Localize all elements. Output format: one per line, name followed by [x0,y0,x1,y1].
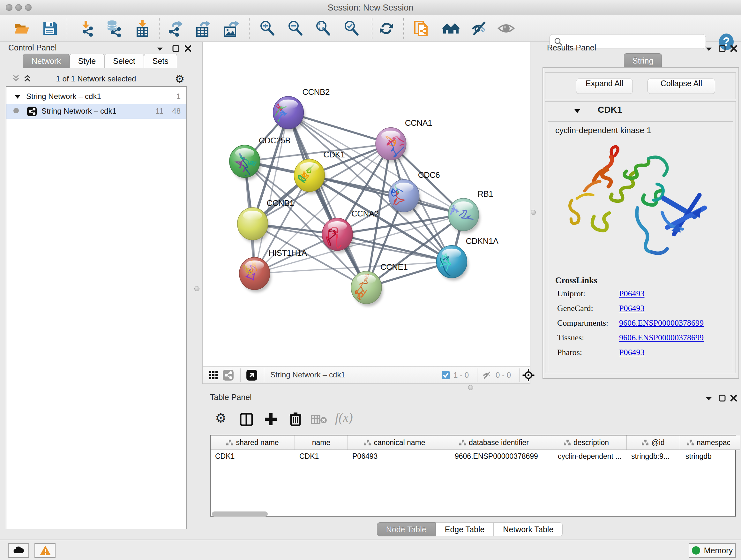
network-view-icon[interactable] [222,369,234,381]
panel-menu-icon[interactable] [156,46,164,52]
collection-count: 1 [177,92,181,101]
tab-sets[interactable]: Sets [144,54,177,68]
show-all-eye-icon[interactable] [497,19,515,37]
column-header[interactable]: database identifier [442,435,546,449]
show-columns-icon[interactable] [239,413,253,427]
tab-string[interactable]: String [624,53,662,68]
memory-label: Memory [704,546,733,555]
column-header[interactable]: shared name [211,435,295,449]
float-panel-icon[interactable] [718,44,726,53]
column-header[interactable]: canonical name [348,435,442,449]
network-selected-status: 1 of 1 Network selected [3,74,189,83]
selected-checkbox-icon[interactable] [441,371,450,380]
network-node-CDKN1A[interactable]: CDKN1A [436,237,499,285]
network-node-CCNB2[interactable]: CCNB2 [273,87,330,132]
tissues-link[interactable]: 9606.ENSP00000378699 [619,333,704,343]
warnings-button[interactable] [35,543,56,558]
zoom-selected-button[interactable] [343,19,360,37]
birdseye-view-icon[interactable] [246,369,258,381]
panel-menu-icon[interactable] [704,46,713,52]
export-network-button[interactable] [166,19,184,37]
refresh-button[interactable] [378,19,395,37]
export-table-button[interactable] [194,19,212,37]
crosslink-row: Compartments: 9606.ENSP00000378699 [548,318,733,333]
export-image-button[interactable] [222,19,240,37]
import-network-from-database-button[interactable] [105,19,122,37]
tab-network[interactable]: Network [23,54,70,68]
network-node-HIST1H1A[interactable]: HIST1H1A [239,248,307,293]
node-label-CCNA2: CCNA2 [351,209,379,218]
network-label: String Network – cdk1 [42,107,117,116]
network-node-CCNB1[interactable]: CCNB1 [238,199,294,243]
expand-all-button[interactable]: Expand All [576,78,633,94]
network-node-CCNE1[interactable]: CCNE1 [351,262,408,307]
column-header[interactable]: name [295,435,348,449]
network-view-canvas[interactable]: CCNB2CCNA1CDC25BCDK1CDC6RB1CCNB1CCNA2CDK… [202,42,530,367]
clone-network-button[interactable] [413,19,431,37]
close-panel-icon[interactable] [184,44,192,53]
cloud-status-button[interactable] [8,543,29,558]
crosslink-row: Pharos: P06493 [548,348,733,362]
network-icon [27,106,37,117]
tree-expander-icon[interactable] [14,94,21,100]
network-node-RB1[interactable]: RB1 [446,189,493,233]
add-column-icon[interactable] [264,412,278,427]
string-home-icon[interactable] [442,19,460,37]
collapse-all-button[interactable]: Collapse All [648,78,715,94]
tab-network-table[interactable]: Network Table [494,522,562,537]
network-row-selected[interactable]: String Network – cdk1 11 48 [6,104,186,119]
cloud-icon [13,546,24,555]
cell-name: CDK1 [299,452,319,461]
panel-menu-icon[interactable] [704,395,713,401]
crosshair-icon[interactable] [522,369,535,381]
network-node-CDC6[interactable]: CDC6 [388,171,440,214]
gene-section: CDK1 cyclin-dependent kinase 1 [545,101,736,373]
node-table[interactable]: shared name name canonical name database… [210,435,736,516]
tab-style[interactable]: Style [70,54,105,68]
close-panel-icon[interactable] [730,44,738,53]
toolbar-separator [519,368,520,382]
zoom-in-button[interactable] [259,19,276,37]
uniprot-link[interactable]: P06493 [619,289,644,299]
memory-button[interactable]: Memory [689,543,736,558]
network-node-CCNA1[interactable]: CCNA1 [376,118,432,163]
hide-selected-eye-slash-icon[interactable] [470,19,488,37]
save-session-button[interactable] [41,19,59,37]
delete-column-icon[interactable] [288,411,302,427]
column-header[interactable]: @id [627,435,680,449]
float-panel-icon[interactable] [718,394,726,402]
grid-view-icon[interactable] [208,370,219,380]
crosslink-label: Pharos: [557,348,582,357]
pharos-link[interactable]: P06493 [619,348,644,357]
horizontal-scrollbar-thumb[interactable] [212,511,268,516]
open-file-button[interactable] [13,19,30,37]
main-toolbar: ? [0,15,741,42]
network-edge-count: 48 [172,107,181,116]
zoom-out-button[interactable] [286,19,305,37]
network-collection-row[interactable]: String Network – cdk1 1 [6,89,186,104]
table-options-gear-icon[interactable]: ⚙ [215,411,226,425]
expand-collapse-row: Expand All Collapse All [545,72,736,99]
tab-select[interactable]: Select [105,54,144,68]
node-label-CCNB2: CCNB2 [302,87,329,97]
zoom-fit-button[interactable] [314,19,332,37]
left-splitter-handle[interactable] [194,286,199,291]
import-network-from-file-button[interactable] [77,19,95,37]
network-view-title: String Network – cdk1 [270,370,345,379]
compartments-link[interactable]: 9606.ENSP00000378699 [619,318,704,328]
node-label-CDC25B: CDC25B [259,136,290,145]
section-collapse-icon[interactable] [574,108,581,114]
collection-label: String Network – cdk1 [26,92,101,101]
import-table-from-file-button[interactable] [133,19,151,37]
network-options-gear-icon[interactable]: ⚙ [175,72,185,85]
float-panel-icon[interactable] [172,44,180,53]
column-header[interactable]: description [546,435,627,449]
tab-node-table[interactable]: Node Table [377,522,435,537]
close-panel-icon[interactable] [730,394,738,402]
column-type-icon [642,440,649,446]
network-node-CDK1[interactable]: CDK1 [294,150,345,194]
title-bar: Session: New Session [0,0,741,15]
tab-edge-table[interactable]: Edge Table [435,522,494,537]
column-header[interactable]: namespac [680,435,738,449]
genecard-link[interactable]: P06493 [619,304,644,313]
